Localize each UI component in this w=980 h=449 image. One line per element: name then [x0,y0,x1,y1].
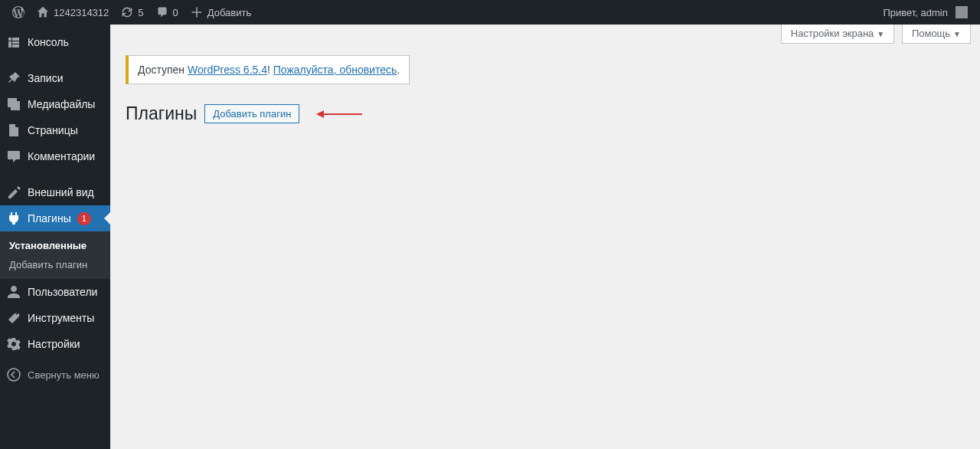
sidebar-item-pages: Страницы [0,117,110,143]
admin-bar: 1242314312 5 0 Добавить Привет, admin [0,0,980,25]
settings-icon [6,336,21,352]
appearance-icon [6,185,21,200]
site-name-menu[interactable]: 1242314312 [31,0,115,25]
home-icon [37,6,49,18]
help-button[interactable]: Помощь▼ [902,25,971,44]
sidebar-item-dashboard: Консоль [0,29,110,55]
collapse-icon [6,367,21,382]
admin-bar-right: Привет, admin [877,0,974,25]
svg-point-0 [8,369,20,381]
tools-icon [6,310,21,326]
page-title: Плагины [126,103,197,124]
sidebar-item-comments: Комментарии [0,143,110,169]
new-content-label: Добавить [207,7,251,18]
sidebar-item-appearance: Внешний вид [0,179,110,205]
avatar [956,6,968,18]
comment-icon [156,6,168,18]
greeting-text: Привет, admin [883,7,948,18]
notice-suffix: . [397,64,400,76]
comments-icon [6,149,21,164]
svg-marker-2 [316,110,324,118]
sidebar: Консоль Записи Медиафайлы Страницы [0,25,110,449]
update-link[interactable]: Пожалуйста, обновитесь [273,64,397,76]
chevron-down-icon: ▼ [877,30,884,38]
sidebar-item-media: Медиафайлы [0,91,110,117]
users-icon [6,284,21,300]
sidebar-item-label: Страницы [28,124,78,136]
screen-meta-links: Настройки экрана▼ Помощь▼ [110,25,980,44]
page-icon [6,123,21,138]
updates-menu[interactable]: 5 [115,0,149,25]
wp-version-link[interactable]: WordPress 6.5.4 [188,64,267,76]
plus-icon [191,6,203,18]
update-icon [121,6,133,18]
arrow-annotation [316,109,362,120]
chevron-down-icon: ▼ [953,30,961,38]
add-plugin-button[interactable]: Добавить плагин [204,104,299,123]
content: Настройки экрана▼ Помощь▼ Доступен WordP… [110,25,980,124]
updates-count: 5 [138,7,143,18]
admin-bar-left: 1242314312 5 0 Добавить [6,0,257,25]
sidebar-item-label: Плагины [28,212,71,224]
main-wrap: Доступен WordPress 6.5.4! Пожалуйста, об… [126,51,965,124]
screen-options-button[interactable]: Настройки экрана▼ [781,25,894,44]
comments-count: 0 [173,7,178,18]
sidebar-item-tools: Инструменты [0,305,110,331]
update-notice: Доступен WordPress 6.5.4! Пожалуйста, об… [126,55,410,84]
submenu-plugins: Установленные Добавить плагин [0,231,110,279]
sidebar-item-label: Внешний вид [28,186,94,198]
sidebar-item-plugins: Плагины 1 [0,205,110,231]
sidebar-item-posts: Записи [0,65,110,91]
comments-menu[interactable]: 0 [150,0,185,25]
pin-icon [6,70,21,86]
sidebar-item-label: Настройки [28,338,80,350]
submenu-add-plugin[interactable]: Добавить плагин [0,255,110,274]
site-name: 1242314312 [54,7,109,18]
plugin-icon [6,211,21,226]
notice-sep: ! [267,64,273,76]
update-badge: 1 [77,212,91,225]
collapse-label: Свернуть меню [28,369,100,381]
new-content-menu[interactable]: Добавить [185,0,257,25]
sidebar-item-label: Комментарии [28,150,95,162]
my-account-menu[interactable]: Привет, admin [877,0,974,25]
sidebar-collapse: Свернуть меню [0,362,110,388]
sidebar-item-label: Записи [28,72,63,84]
media-icon [6,97,21,112]
dashboard-icon [6,34,21,50]
sidebar-item-settings: Настройки [0,331,110,357]
notice-prefix: Доступен [138,64,188,76]
wp-logo-menu[interactable] [6,0,31,25]
sidebar-item-label: Консоль [28,36,69,48]
sidebar-item-users: Пользователи [0,279,110,305]
sidebar-item-label: Инструменты [28,312,94,324]
page-header: Плагины Добавить плагин [126,103,965,124]
sidebar-menu: Консоль Записи Медиафайлы Страницы [0,25,110,388]
sidebar-item-label: Медиафайлы [28,98,95,110]
submenu-installed[interactable]: Установленные [0,236,110,255]
wordpress-icon [12,6,24,18]
sidebar-item-label: Пользователи [28,286,97,298]
